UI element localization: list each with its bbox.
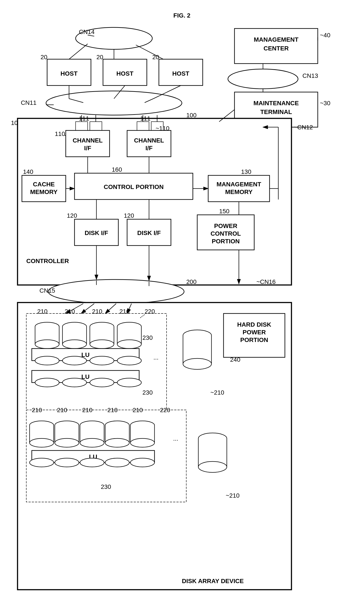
- power-control-label2: CONTROL: [211, 230, 241, 237]
- ref-160: 160: [112, 166, 122, 173]
- port1a: [76, 122, 88, 131]
- standalone-disk1-bottom: [183, 358, 212, 369]
- cn13-label: CN13: [302, 72, 318, 79]
- disk-array-label: DISK ARRAY DEVICE: [182, 578, 244, 584]
- svg-point-48: [35, 356, 59, 365]
- cn15-ellipse: [48, 280, 184, 304]
- ref-140: 140: [23, 168, 33, 175]
- svg-point-52: [35, 378, 59, 387]
- management-memory-label1: MANAGEMENT: [216, 181, 261, 188]
- hard-disk-power-label3: PORTION: [240, 337, 268, 343]
- ref-220-1: 220: [145, 308, 155, 315]
- standalone-disk2-bottom: [198, 461, 227, 472]
- ref-20b: 20: [96, 54, 103, 60]
- channel-if1-label2: I/F: [84, 145, 91, 151]
- disk1-bottom: [35, 340, 59, 348]
- channel-if2-label2: I/F: [146, 145, 153, 151]
- host1-label: HOST: [60, 70, 78, 77]
- svg-point-55: [117, 378, 141, 387]
- channel-if2-label1: CHANNEL: [134, 137, 164, 144]
- ref-230-2: 230: [101, 483, 111, 490]
- ref-111b: 111: [140, 115, 150, 122]
- ref-210-1: 210: [37, 308, 47, 315]
- svg-point-54: [90, 378, 114, 387]
- maintenance-terminal-label1: MAINTENANCE: [253, 100, 299, 107]
- cn11-label: CN11: [21, 99, 37, 106]
- ref-100: 100: [186, 112, 196, 119]
- host3-label: HOST: [172, 70, 189, 77]
- svg-point-83: [131, 439, 155, 447]
- svg-point-73: [80, 439, 104, 447]
- management-center-label2: CENTER: [263, 45, 289, 52]
- hard-disk-power-label2: POWER: [243, 329, 266, 336]
- ref-150: 150: [219, 208, 229, 215]
- ref-230-1a: 230: [142, 334, 153, 341]
- disk3-bottom: [90, 340, 114, 348]
- ref-110b: ~110: [156, 125, 169, 132]
- port1b: [90, 122, 102, 131]
- ref-120b: 120: [124, 212, 134, 219]
- management-memory-label2: MEMORY: [225, 188, 253, 195]
- cn12-label: ~CN12: [294, 124, 313, 131]
- ref-20c: 20: [152, 54, 159, 60]
- ref-210-standalone2: ~210: [226, 492, 240, 499]
- svg-point-84: [30, 458, 54, 467]
- disk4-bottom: [117, 340, 141, 348]
- fig-title: FIG. 2: [173, 12, 190, 19]
- cache-memory-label1: CACHE: [33, 181, 55, 188]
- ref-240: 240: [230, 356, 240, 363]
- ref-111a: 111: [79, 115, 89, 122]
- cache-memory-label2: MEMORY: [30, 188, 58, 195]
- svg-point-78: [105, 439, 129, 447]
- ref-210-g2-1: 210: [32, 407, 42, 413]
- svg-point-53: [63, 378, 87, 387]
- control-portion-label: CONTROL PORTION: [104, 184, 163, 190]
- ellipsis2: ...: [173, 435, 178, 442]
- host2-label: HOST: [116, 70, 133, 77]
- svg-point-63: [30, 439, 54, 447]
- svg-point-87: [105, 458, 129, 467]
- ref-10: 10: [11, 120, 18, 126]
- cn16-label: ~CN16: [256, 278, 276, 285]
- ref-210-g2-2: 210: [57, 407, 67, 413]
- ellipsis1: ...: [153, 354, 159, 361]
- ref-210-g2-3: 210: [82, 407, 93, 413]
- channel-if1-label1: CHANNEL: [73, 137, 103, 144]
- cn15-label: CN15: [39, 287, 55, 294]
- svg-point-85: [55, 458, 79, 467]
- ref-110a: 110: [55, 131, 65, 137]
- ref-130: 130: [241, 168, 251, 175]
- power-control-label1: POWER: [214, 223, 237, 229]
- disk2-bottom: [63, 340, 87, 348]
- svg-point-50: [90, 356, 114, 365]
- ref-210-g2-4: 210: [107, 407, 118, 413]
- controller-label: CONTROLLER: [26, 258, 69, 264]
- ref-220-2: 220: [160, 407, 170, 413]
- cn14-label: CN14: [79, 28, 95, 35]
- ref-20a: 20: [41, 54, 47, 60]
- svg-point-88: [131, 458, 155, 467]
- diagram-container: FIG. 2 MANAGEMENT CENTER ~40 CN13 MAINTE…: [0, 0, 364, 600]
- svg-point-49: [63, 356, 87, 365]
- ref-210-g2-5: 210: [133, 407, 143, 413]
- maintenance-terminal-label2: TERMINAL: [260, 109, 292, 115]
- svg-line-9: [136, 45, 163, 59]
- ref-30: ~30: [320, 100, 330, 107]
- port2a: [137, 122, 149, 131]
- ref-210-standalone1: ~210: [210, 389, 224, 396]
- svg-point-86: [80, 458, 104, 467]
- hard-disk-power-label1: HARD DISK: [237, 321, 271, 328]
- disk-if1-label: DISK I/F: [84, 230, 108, 236]
- disk-if2-label: DISK I/F: [137, 230, 161, 236]
- management-center-label: MANAGEMENT: [254, 36, 299, 43]
- ref-40: ~40: [320, 32, 330, 38]
- svg-line-7: [69, 44, 88, 59]
- ref-200: 200: [186, 278, 196, 285]
- ref-210-3: 210: [92, 308, 102, 315]
- cn13-ellipse: [228, 69, 298, 89]
- svg-point-68: [55, 439, 79, 447]
- svg-point-51: [117, 356, 141, 365]
- ref-230-1b: 230: [142, 389, 153, 396]
- power-control-label3: PORTION: [212, 238, 240, 245]
- ref-120a: 120: [67, 212, 77, 219]
